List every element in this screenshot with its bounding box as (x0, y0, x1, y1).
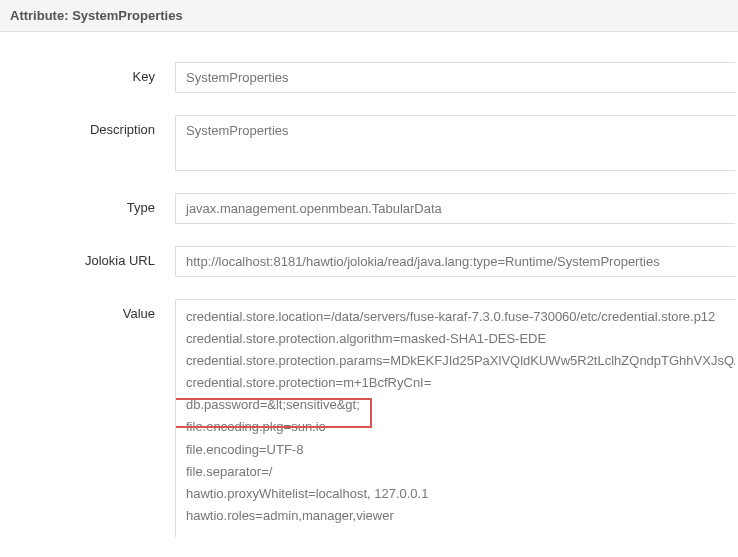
attribute-header: Attribute: SystemProperties (0, 0, 738, 32)
field-jolokia-url[interactable]: http://localhost:8181/hawtio/jolokia/rea… (175, 246, 735, 277)
value-line: credential.store.protection=m+1BcfRyCnI= (186, 372, 725, 394)
row-type: Type javax.management.openmbean.TabularD… (0, 193, 738, 224)
row-jolokia-url: Jolokia URL http://localhost:8181/hawtio… (0, 246, 738, 277)
value-line: file.encoding=UTF-8 (186, 439, 725, 461)
label-jolokia-url: Jolokia URL (0, 246, 175, 277)
field-type: javax.management.openmbean.TabularData (175, 193, 735, 224)
row-key: Key SystemProperties (0, 62, 738, 93)
header-title: SystemProperties (72, 8, 183, 23)
value-line: credential.store.protection.params=MDkEK… (186, 350, 725, 372)
header-prefix: Attribute: (10, 8, 69, 23)
label-description: Description (0, 115, 175, 171)
value-line: credential.store.location=/data/servers/… (186, 306, 725, 328)
field-value[interactable]: credential.store.location=/data/servers/… (175, 299, 735, 537)
value-line: hawtio.roles=admin,manager,viewer (186, 505, 725, 527)
value-line: db.password=&lt;sensitive&gt; (186, 394, 725, 416)
value-line: credential.store.protection.algorithm=ma… (186, 328, 725, 350)
value-line: file.encoding.pkg=sun.io (186, 416, 725, 438)
row-value: Value credential.store.location=/data/se… (0, 299, 738, 537)
field-key[interactable]: SystemProperties (175, 62, 735, 93)
label-value: Value (0, 299, 175, 537)
label-type: Type (0, 193, 175, 224)
form-content: Key SystemProperties Description SystemP… (0, 32, 738, 537)
value-line: file.separator=/ (186, 461, 725, 483)
value-line: hawtio.proxyWhitelist=localhost, 127.0.0… (186, 483, 725, 505)
row-description: Description SystemProperties (0, 115, 738, 171)
field-description: SystemProperties (175, 115, 735, 171)
label-key: Key (0, 62, 175, 93)
